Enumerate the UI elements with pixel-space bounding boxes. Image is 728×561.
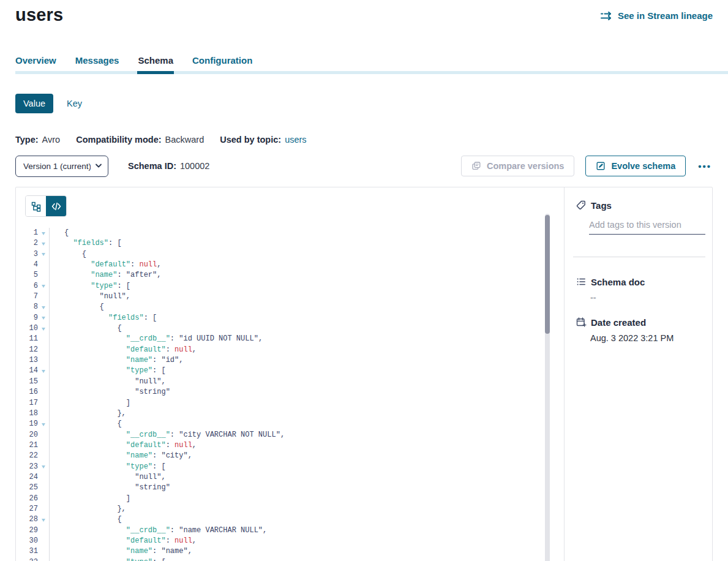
value-key-toggle: Value Key bbox=[15, 94, 82, 113]
fold-arrow-icon[interactable] bbox=[38, 284, 49, 288]
code-text: { bbox=[49, 419, 564, 429]
fold-arrow-icon[interactable] bbox=[38, 369, 49, 373]
code-text: "name": "after", bbox=[49, 270, 564, 280]
code-line: 7 "null", bbox=[16, 292, 564, 302]
fold-arrow-icon[interactable] bbox=[38, 316, 49, 320]
code-line: 1{ bbox=[16, 228, 564, 238]
code-text: { bbox=[49, 249, 564, 260]
line-number: 6 bbox=[16, 281, 38, 292]
details-sidebar: Tags Schema doc bbox=[564, 187, 714, 561]
tags-title: Tags bbox=[591, 200, 612, 211]
key-tab-button[interactable]: Key bbox=[67, 99, 82, 108]
code-scrollbar-thumb[interactable] bbox=[545, 215, 550, 334]
meta-compatibility: Compatibility mode: Backward bbox=[76, 135, 204, 145]
line-number: 30 bbox=[16, 536, 38, 546]
code-text: "name": "name", bbox=[49, 546, 564, 557]
line-number: 27 bbox=[16, 504, 38, 514]
tabbar-underline bbox=[15, 71, 728, 74]
code-line: 19 { bbox=[16, 419, 564, 429]
fold-arrow-icon[interactable] bbox=[38, 518, 49, 522]
stream-lineage-link[interactable]: See in Stream lineage bbox=[601, 10, 713, 21]
code-text: "fields": [ bbox=[49, 238, 564, 249]
code-line: 22 "name": "city", bbox=[16, 451, 564, 461]
fold-arrow-icon[interactable] bbox=[38, 306, 49, 309]
schema-actions: Compare versions Evolve schema ••• bbox=[461, 156, 713, 176]
evolve-schema-button[interactable]: Evolve schema bbox=[585, 156, 686, 176]
code-text: "name": "city", bbox=[49, 451, 564, 461]
code-line: 13 "name": "id", bbox=[16, 355, 564, 366]
topic-link[interactable]: users bbox=[285, 135, 306, 145]
line-number: 32 bbox=[16, 557, 38, 561]
line-number: 16 bbox=[16, 387, 38, 397]
code-text: "default": null, bbox=[49, 536, 564, 546]
code-scrollbar[interactable] bbox=[545, 214, 550, 561]
line-number: 18 bbox=[16, 409, 38, 419]
code-text: "name": "id", bbox=[49, 355, 564, 366]
line-number: 14 bbox=[16, 366, 38, 376]
code-line: 20 "__crdb__": "city VARCHAR NOT NULL", bbox=[16, 430, 564, 440]
page-title: users bbox=[15, 5, 63, 25]
fold-arrow-icon[interactable] bbox=[38, 327, 49, 331]
code-text: "string" bbox=[49, 483, 564, 493]
fold-arrow-icon[interactable] bbox=[38, 423, 49, 426]
tab-schema[interactable]: Schema bbox=[138, 55, 173, 74]
tags-input[interactable] bbox=[589, 220, 705, 235]
meta-topic: Used by topic: users bbox=[220, 135, 306, 145]
code-text: "type": [ bbox=[49, 281, 564, 292]
fold-arrow-icon[interactable] bbox=[38, 242, 49, 246]
code-line: 31 "name": "name", bbox=[16, 546, 564, 557]
tree-view-icon bbox=[31, 201, 42, 212]
more-actions-button[interactable]: ••• bbox=[697, 159, 713, 174]
tag-icon bbox=[576, 200, 587, 211]
tags-header: Tags bbox=[576, 200, 705, 211]
code-line: 10 { bbox=[16, 323, 564, 334]
code-text: { bbox=[49, 302, 564, 312]
line-number: 11 bbox=[16, 334, 38, 344]
code-line: 9 "fields": [ bbox=[16, 313, 564, 323]
line-number: 10 bbox=[16, 323, 38, 334]
view-mode-toggle bbox=[25, 195, 67, 217]
line-number: 7 bbox=[16, 292, 38, 302]
fold-arrow-icon[interactable] bbox=[38, 465, 49, 469]
schema-controls: Version 1 (current) Schema ID: 100002 Co… bbox=[15, 155, 713, 177]
schema-id-label: Schema ID: bbox=[128, 161, 176, 171]
code-line: 2 "fields": [ bbox=[16, 238, 564, 249]
line-number: 29 bbox=[16, 525, 38, 536]
sidebar-divider bbox=[573, 257, 705, 257]
schema-id-value: 100002 bbox=[180, 161, 209, 171]
code-line: 6 "type": [ bbox=[16, 281, 564, 292]
code-view-button[interactable] bbox=[46, 196, 66, 216]
code-line: 32 "type": [ bbox=[16, 557, 564, 561]
code-text: ] bbox=[49, 398, 564, 409]
compare-versions-icon bbox=[471, 161, 481, 171]
code-text: "default": null, bbox=[49, 345, 564, 355]
fold-arrow-icon[interactable] bbox=[38, 232, 49, 235]
line-number: 19 bbox=[16, 419, 38, 429]
line-number: 25 bbox=[16, 483, 38, 493]
code-text: "null", bbox=[49, 292, 564, 302]
line-number: 23 bbox=[16, 462, 38, 472]
date-created-header: Date created bbox=[576, 317, 705, 328]
code-text: "default": null, bbox=[49, 260, 564, 270]
meta-topic-label: Used by topic: bbox=[220, 135, 281, 145]
code-line: 29 "__crdb__": "name VARCHAR NULL", bbox=[16, 525, 564, 536]
code-line: 15 "null", bbox=[16, 377, 564, 387]
meta-type-value: Avro bbox=[42, 135, 61, 145]
date-created-section: Date created Aug. 3 2022 3:21 PM bbox=[573, 317, 705, 343]
line-number: 28 bbox=[16, 514, 38, 525]
code-line: 11 "__crdb__": "id UUID NOT NULL", bbox=[16, 334, 564, 344]
code-text: "__crdb__": "id UUID NOT NULL", bbox=[49, 334, 564, 344]
schema-panel: 1{2 "fields": [3 {4 "default": null,5 "n… bbox=[15, 187, 713, 561]
value-tab-button[interactable]: Value bbox=[15, 94, 53, 113]
doc-list-icon bbox=[576, 276, 587, 287]
compare-versions-button[interactable]: Compare versions bbox=[461, 156, 575, 176]
version-select[interactable]: Version 1 (current) bbox=[15, 156, 108, 177]
schema-doc-section: Schema doc -- bbox=[573, 276, 705, 303]
code-line: 17 ] bbox=[16, 398, 564, 409]
schema-page: users See in Stream lineage OverviewMess… bbox=[0, 0, 728, 561]
line-number: 5 bbox=[16, 270, 38, 280]
line-number: 4 bbox=[16, 260, 38, 270]
code-line: 18 }, bbox=[16, 409, 564, 419]
fold-arrow-icon[interactable] bbox=[38, 252, 49, 256]
tree-view-button[interactable] bbox=[26, 196, 46, 216]
